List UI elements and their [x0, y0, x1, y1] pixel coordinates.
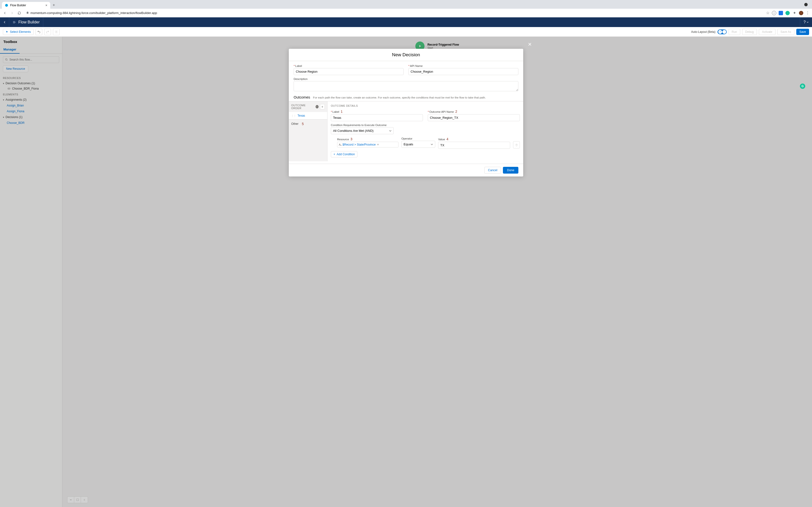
trash-icon — [515, 144, 518, 147]
condition-row: Resource3 Aₐ $Record > State/Province × — [331, 137, 520, 149]
api-name-input[interactable] — [408, 68, 518, 75]
outcomes-hint: For each path the flow can take, create … — [313, 96, 486, 99]
extension-icons: i ✦ ⋮ — [772, 11, 810, 15]
select-elements-button[interactable]: Select Elements — [3, 29, 34, 35]
auto-layout-toggle-wrap: Auto-Layout (Beta) ✓ — [691, 30, 727, 34]
condition-req-label: Condition Requirements to Execute Outcom… — [331, 124, 520, 126]
chevron-down-icon — [389, 130, 392, 132]
app-title: Flow Builder — [9, 17, 43, 27]
lock-icon — [26, 11, 29, 15]
chevron-down-icon — [807, 21, 809, 23]
info-ext-icon[interactable]: i — [772, 11, 776, 15]
outcome-api-input[interactable] — [428, 114, 520, 121]
outcome-item-texas[interactable]: ⋮⋮ Texas — [289, 112, 327, 119]
cancel-button[interactable]: Cancel — [484, 167, 501, 174]
forward-button[interactable] — [10, 11, 14, 15]
debug-button: Debug — [742, 29, 757, 35]
outcome-order-panel: OUTCOME ORDER i + ⋮⋮ Texas Other 5 — [289, 101, 327, 161]
flow-icon — [12, 20, 16, 24]
value-label: Value4 — [438, 137, 510, 141]
outcomes-heading: Outcomes — [294, 95, 310, 99]
annotation-4: 4 — [447, 137, 449, 141]
url-text: momentum-computing-884.lightning.force.c… — [31, 11, 157, 15]
app-back-button[interactable] — [0, 17, 9, 27]
modal-overlay: × New Decision *Label *API Name Descript… — [0, 37, 812, 507]
settings-button[interactable] — [53, 29, 60, 35]
resource-input[interactable]: Aₐ $Record > State/Province × — [337, 142, 399, 148]
new-tab-button[interactable]: + — [50, 1, 57, 9]
activate-button: Activate — [759, 29, 775, 35]
help-button[interactable]: ? — [800, 17, 812, 27]
grammarly-icon[interactable]: G — [800, 83, 805, 89]
kebab-menu-icon[interactable]: ⋮ — [806, 11, 810, 15]
save-as-button: Save As — [777, 29, 794, 35]
main: Toolbox Manager New Resource RESOURCES ▾… — [0, 37, 812, 507]
pill-remove-icon[interactable]: × — [377, 143, 379, 146]
outcome-label-input[interactable] — [331, 114, 423, 121]
svg-point-0 — [5, 4, 8, 7]
add-outcome-button[interactable]: + — [320, 104, 325, 109]
description-input[interactable] — [294, 81, 518, 91]
close-tab-icon[interactable]: × — [45, 3, 47, 7]
outcomes-header: Outcomes For each path the flow can take… — [289, 94, 523, 101]
outcome-api-field-label: *Outcome API Name2 — [428, 110, 520, 113]
app-header: Flow Builder ? — [0, 17, 812, 27]
run-button: Run — [729, 29, 740, 35]
outcome-details-panel: OUTCOME DETAILS *Label1 *Outcome API Nam… — [327, 101, 523, 161]
resource-label: Resource3 — [337, 137, 399, 141]
info-icon[interactable]: i — [316, 105, 319, 108]
annotation-1: 1 — [341, 110, 343, 113]
browser-tab-bar: Flow Builder × + — [0, 0, 812, 9]
app-toolbar: Select Elements Auto-Layout (Beta) ✓ Run… — [0, 27, 812, 37]
browser-tab[interactable]: Flow Builder × — [2, 2, 50, 9]
annotation-5: 5 — [302, 122, 304, 126]
annotation-3: 3 — [350, 137, 352, 141]
browser-address-row: momentum-computing-884.lightning.force.c… — [0, 9, 812, 17]
annotation-2: 2 — [455, 110, 457, 113]
modal: New Decision *Label *API Name Descriptio… — [289, 49, 523, 176]
plus-icon: + — [334, 153, 335, 156]
add-condition-button[interactable]: + Add Condition — [331, 151, 357, 157]
blue-ext-icon[interactable] — [779, 11, 783, 15]
modal-title: New Decision — [289, 49, 523, 61]
text-type-icon: Aₐ — [339, 143, 342, 146]
reload-button[interactable] — [17, 11, 22, 15]
modal-body: *Label *API Name Description G — [289, 61, 523, 94]
auto-layout-toggle[interactable]: ✓ — [717, 30, 727, 34]
puzzle-ext-icon[interactable]: ✦ — [792, 11, 797, 15]
redo-button[interactable] — [44, 29, 51, 35]
resource-pill[interactable]: $Record > State/Province × — [343, 143, 379, 146]
avatar-icon[interactable] — [799, 11, 803, 15]
delete-condition-button[interactable] — [513, 141, 520, 149]
auto-layout-label: Auto-Layout (Beta) — [691, 30, 716, 34]
outcome-item-other[interactable]: Other 5 — [289, 119, 327, 128]
description-field-label: Description — [294, 77, 518, 80]
modal-close-button[interactable]: × — [528, 41, 532, 48]
grammarly-ext-icon[interactable] — [785, 11, 790, 15]
tab-title: Flow Builder — [10, 4, 26, 7]
modal-footer: Cancel Done — [289, 164, 523, 176]
save-button[interactable]: Save — [796, 29, 809, 35]
api-name-field-label: *API Name — [408, 64, 518, 67]
svg-rect-1 — [27, 12, 29, 13]
condition-req-select[interactable]: All Conditions Are Met (AND) — [331, 127, 394, 134]
back-button[interactable] — [2, 11, 7, 15]
star-icon[interactable]: ☆ — [766, 11, 769, 15]
label-field-label: *Label — [294, 64, 404, 67]
undo-button[interactable] — [36, 29, 42, 35]
label-input[interactable] — [294, 68, 404, 75]
operator-select[interactable]: Equals — [401, 141, 435, 148]
done-button[interactable]: Done — [503, 167, 518, 174]
gear-icon — [55, 30, 58, 34]
outcome-label-field-label: *Label1 — [331, 110, 423, 113]
drag-handle-icon[interactable]: ⋮⋮ — [291, 114, 296, 117]
window-controls — [804, 3, 810, 9]
outcome-order-header: OUTCOME ORDER i + — [289, 101, 327, 112]
address-bar[interactable]: momentum-computing-884.lightning.force.c… — [24, 11, 764, 15]
operator-label: Operator — [401, 137, 435, 140]
svg-point-2 — [56, 32, 57, 32]
value-input[interactable] — [438, 142, 510, 149]
outcome-details-heading: OUTCOME DETAILS — [331, 104, 520, 107]
outcomes-body: OUTCOME ORDER i + ⋮⋮ Texas Other 5 OUTCO… — [289, 101, 523, 161]
window-control-icon[interactable] — [804, 3, 808, 6]
